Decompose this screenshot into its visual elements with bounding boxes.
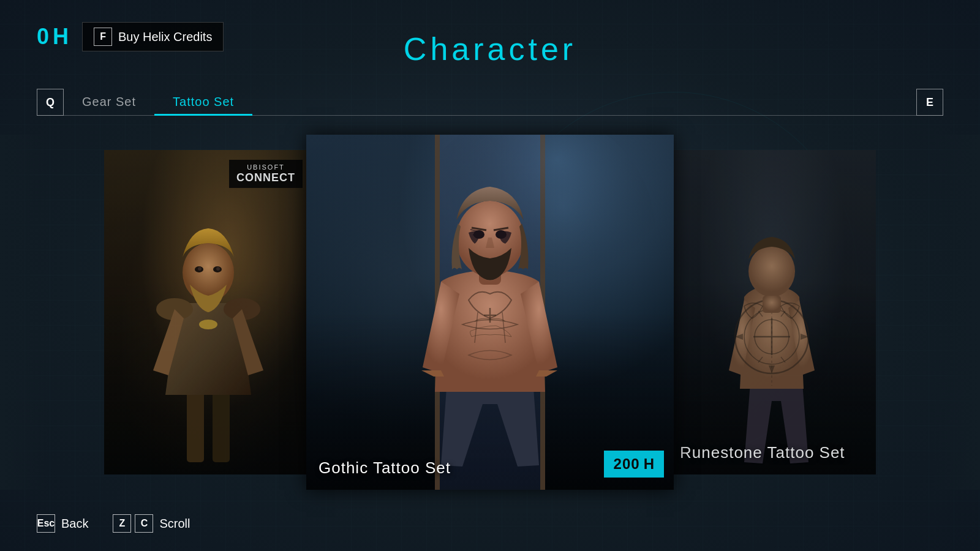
scroll-label: Scroll	[159, 517, 190, 531]
tab-prev-button[interactable]: Q	[37, 89, 64, 116]
card-right-bg: Runestone Tattoo Set	[668, 150, 876, 474]
svg-point-10	[216, 267, 220, 271]
runestone-svg	[692, 205, 851, 474]
helix-amount: 0 H	[37, 24, 70, 50]
helix-icon: H	[53, 24, 70, 50]
price-badge: 200 H	[604, 451, 664, 478]
svg-rect-1	[213, 389, 230, 462]
tattooed-warrior-figure	[306, 135, 674, 490]
svg-point-4	[199, 320, 217, 329]
price-amount: 200	[614, 455, 640, 473]
page-title: Character	[404, 31, 576, 67]
back-action[interactable]: Esc Back	[37, 514, 88, 533]
runestone-tattoo-card[interactable]: Runestone Tattoo Set	[668, 150, 876, 474]
character-card[interactable]: UBISOFT CONNECT	[104, 150, 312, 474]
tab-gear-set-label: Gear Set	[82, 95, 136, 109]
warrior-svg	[312, 135, 668, 490]
character-figure	[104, 205, 312, 474]
side-fade-left	[0, 135, 49, 490]
scroll-action: Z C Scroll	[113, 514, 190, 533]
tab-next-key-label: E	[926, 96, 933, 109]
tabs-container: Gear Set Tattoo Set	[64, 89, 916, 116]
helix-credits-display: 0 H	[37, 24, 70, 50]
gothic-tattoo-card[interactable]: Gothic Tattoo Set 200 H	[306, 135, 674, 490]
card-center-label: Gothic Tattoo Set	[318, 459, 451, 478]
tab-tattoo-set-label: Tattoo Set	[173, 95, 234, 109]
back-label: Back	[61, 517, 88, 531]
tab-tattoo-set[interactable]: Tattoo Set	[154, 89, 252, 115]
svg-point-6	[183, 243, 234, 302]
svg-rect-20	[763, 296, 781, 313]
bottom-bar: Esc Back Z C Scroll	[0, 496, 980, 551]
svg-point-14	[473, 230, 484, 239]
runestone-label: Runestone Tattoo Set	[680, 443, 845, 462]
svg-rect-0	[187, 389, 204, 462]
svg-point-15	[496, 230, 507, 239]
buy-helix-key: F	[94, 28, 112, 46]
card-right-label: Runestone Tattoo Set	[680, 443, 845, 462]
tab-prev-key-label: Q	[46, 96, 55, 109]
svg-point-19	[748, 246, 795, 297]
scroll-key-z: Z	[113, 514, 131, 533]
gothic-tattoo-label: Gothic Tattoo Set	[318, 459, 451, 477]
buy-helix-label: Buy Helix Credits	[118, 30, 212, 44]
card-left-bg: UBISOFT CONNECT	[104, 150, 312, 474]
ubisoft-text: UBISOFT	[247, 163, 285, 171]
scroll-key-c: C	[135, 514, 153, 533]
side-fade-right	[931, 135, 980, 490]
svg-point-9	[198, 267, 202, 271]
character-svg	[129, 205, 288, 474]
connect-text: CONNECT	[236, 171, 295, 184]
buy-helix-button[interactable]: F Buy Helix Credits	[82, 22, 224, 51]
tab-next-button[interactable]: E	[916, 89, 943, 116]
card-center-bg: Gothic Tattoo Set 200 H	[306, 135, 674, 490]
tab-navigation: Q Gear Set Tattoo Set E	[0, 89, 980, 116]
ubisoft-connect-badge: UBISOFT CONNECT	[229, 160, 303, 188]
price-helix-icon: H	[644, 455, 654, 473]
runestone-figure	[668, 205, 876, 474]
cards-area: UBISOFT CONNECT	[0, 135, 980, 490]
back-key: Esc	[37, 514, 55, 533]
tab-gear-set[interactable]: Gear Set	[64, 89, 154, 115]
